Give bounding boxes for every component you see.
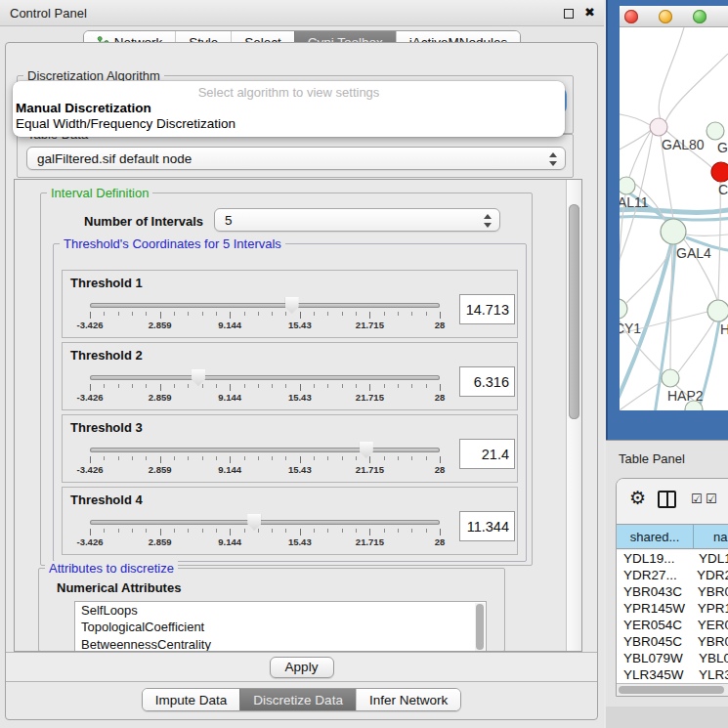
float-window-icon[interactable]: [564, 9, 574, 19]
threshold-2-slider-track[interactable]: [90, 375, 440, 380]
tick-mark: [146, 384, 147, 388]
table-data-value: galFiltered.sif default node: [37, 151, 192, 166]
tick-mark: [244, 312, 245, 316]
close-window-icon[interactable]: [624, 10, 638, 23]
network-canvas[interactable]: GAL80GACGAL11GAL4GCY1HHAP2: [620, 27, 728, 410]
table-row[interactable]: YPR145WYPR1: [617, 600, 728, 617]
apply-button[interactable]: Apply: [270, 657, 334, 678]
table-row[interactable]: YER054CYER0: [617, 617, 728, 633]
threshold-4-value-input[interactable]: [459, 511, 515, 541]
table-hscrollbar[interactable]: [617, 683, 728, 696]
threshold-2-tick-scale: [90, 384, 440, 392]
network-node[interactable]: [620, 177, 635, 194]
control-panel: Control Panel ✖ Network Style Select: [0, 0, 604, 728]
tick-mark: [258, 456, 259, 460]
attribute-item[interactable]: TopologicalCoefficient: [75, 619, 486, 635]
table-cell: YBR0: [693, 634, 728, 649]
attributes-list-scrollbar-thumb[interactable]: [476, 604, 484, 650]
tick-mark: [202, 312, 203, 316]
threshold-2-value-input[interactable]: [459, 366, 515, 397]
number-of-intervals-combobox[interactable]: 5: [214, 208, 500, 232]
settings-scrollbar[interactable]: [566, 180, 581, 651]
attribute-item[interactable]: SelfLoops: [75, 602, 486, 619]
column-header-shared[interactable]: shared...: [617, 525, 694, 548]
tick-mark: [174, 312, 175, 316]
network-node[interactable]: [620, 299, 627, 319]
tick-label: 2.859: [149, 464, 172, 475]
table-cell: YDL19...: [617, 551, 694, 566]
table-cell: YDL1: [694, 551, 728, 566]
column-header-name[interactable]: na: [694, 525, 728, 548]
threshold-3-slider-track[interactable]: [90, 448, 440, 452]
cyni-toolbox-panel: Discretization Algorithm Table Data galF…: [5, 42, 598, 720]
tick-mark: [356, 456, 357, 460]
numerical-attributes-list[interactable]: SelfLoopsTopologicalCoefficientBetweenne…: [74, 601, 487, 651]
control-panel-titlebar: Control Panel ✖: [0, 0, 604, 26]
settings-scrollbar-thumb[interactable]: [569, 204, 579, 419]
threshold-1-tick-labels: -3.4262.8599.14415.4321.71528: [90, 320, 440, 331]
table-row[interactable]: YLR345WYLR3: [617, 666, 728, 683]
tick-mark: [342, 456, 343, 460]
threshold-2-tick-labels: -3.4262.8599.14415.4321.71528: [90, 392, 440, 404]
tab-discretize-data[interactable]: Discretize Data: [239, 689, 356, 710]
dropdown-item-equal-width-frequency[interactable]: Equal Width/Frequency Discretization: [13, 116, 565, 132]
number-of-intervals-label: Number of Intervals: [84, 214, 203, 229]
table-data-combobox[interactable]: galFiltered.sif default node: [26, 147, 566, 170]
tick-label: 2.859: [149, 320, 172, 330]
network-node[interactable]: [707, 300, 728, 321]
network-node[interactable]: [661, 219, 686, 244]
close-icon[interactable]: ✖: [584, 5, 595, 21]
tick-mark: [202, 384, 203, 388]
network-node[interactable]: [711, 162, 728, 182]
tick-mark: [411, 312, 412, 316]
table-row[interactable]: YBR045CYBR0: [617, 633, 728, 650]
number-of-intervals-value: 5: [225, 213, 233, 228]
threshold-1-slider-track[interactable]: [90, 303, 440, 308]
table-cell: YBR0: [693, 584, 728, 599]
table-hscrollbar-thumb[interactable]: [619, 686, 724, 694]
table-row[interactable]: YBR043CYBR0: [617, 583, 728, 600]
network-node[interactable]: [662, 369, 679, 387]
zoom-window-icon[interactable]: [693, 10, 707, 23]
tick-label: 15.43: [288, 392, 312, 403]
tick-mark: [272, 384, 273, 388]
table-row[interactable]: YDL19...YDL1: [617, 550, 728, 567]
table-row[interactable]: YBL079WYBL0: [617, 650, 728, 666]
threshold-3-value-input[interactable]: [459, 439, 515, 469]
checkbox-icon[interactable]: ☑: [691, 492, 703, 507]
tick-mark: [118, 384, 119, 388]
network-node[interactable]: [707, 122, 724, 140]
threshold-4-slider-track[interactable]: [90, 520, 440, 525]
minimize-window-icon[interactable]: [659, 10, 672, 23]
tab-impute-data[interactable]: Impute Data: [143, 689, 240, 710]
split-columns-icon[interactable]: [658, 491, 676, 508]
table-row[interactable]: YDR27...YDR2: [617, 567, 728, 583]
threshold-1-value-input[interactable]: [459, 294, 515, 324]
table-panel: Table Panel ⚙ ☑ ☑ shared... na YDL19...Y…: [606, 440, 728, 728]
tick-mark: [327, 384, 328, 388]
node-label: GA: [717, 140, 728, 155]
network-window-titlebar: [620, 6, 728, 27]
tick-mark: [118, 456, 119, 460]
dropdown-item-manual-discretization[interactable]: Manual Discretization: [13, 101, 565, 116]
tick-mark: [398, 384, 399, 388]
checkbox-icon[interactable]: ☑: [706, 492, 717, 507]
table-panel-box: ⚙ ☑ ☑ shared... na YDL19...YDL1YDR27...Y…: [616, 478, 728, 697]
node-label: C: [718, 182, 728, 197]
attribute-item[interactable]: BetweennessCentrality: [75, 636, 486, 651]
tick-mark: [118, 312, 119, 316]
tick-mark: [244, 384, 245, 388]
gear-icon[interactable]: ⚙: [629, 488, 646, 509]
table-cell: YBR043C: [617, 584, 693, 599]
table-cell: YER0: [693, 618, 728, 632]
node-label: GCY1: [620, 321, 641, 336]
bottom-tabstrip: Impute Data Discretize Data Infer Networ…: [6, 688, 597, 711]
tick-label: -3.426: [77, 536, 104, 547]
attributes-list-scrollbar[interactable]: [475, 603, 485, 651]
network-node[interactable]: [650, 118, 667, 136]
tick-label: 21.715: [356, 536, 384, 547]
threshold-1-box: Threshold 1 -3.4262.8599.14415.4321.7152…: [62, 270, 518, 338]
tick-mark: [356, 384, 357, 388]
tab-infer-network[interactable]: Infer Network: [356, 689, 460, 710]
tick-mark: [342, 312, 343, 316]
